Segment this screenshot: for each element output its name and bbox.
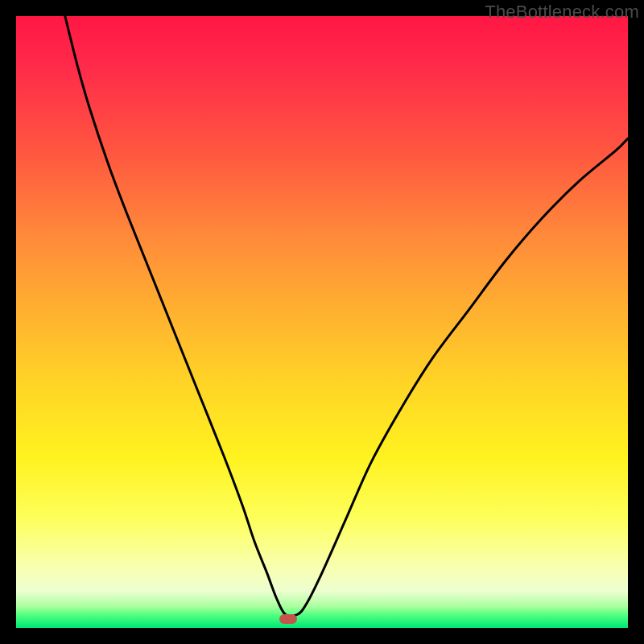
watermark-text: TheBottleneck.com [485,2,639,23]
heat-gradient [16,16,628,628]
plot-area [16,16,628,628]
optimum-marker [279,614,297,624]
chart-frame: TheBottleneck.com [0,0,644,644]
